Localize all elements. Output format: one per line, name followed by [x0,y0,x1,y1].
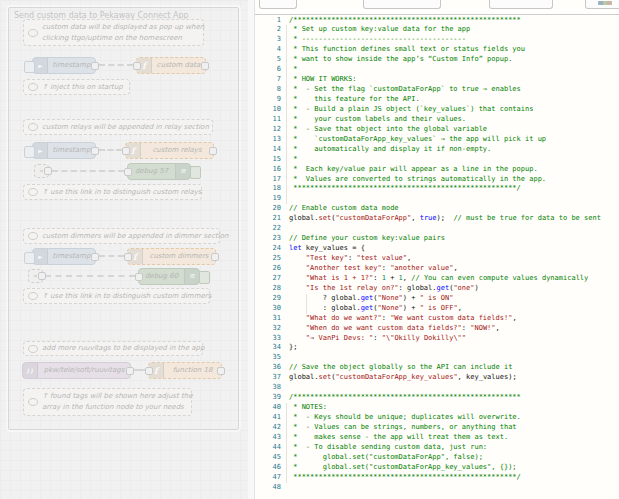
line-number: 41 [255,413,281,423]
code-line[interactable]: 39/*************************************… [255,393,619,403]
line-number: 23 [255,234,281,244]
code-line[interactable]: 42 * - Values can be strings, numbers, o… [255,423,619,433]
line-number: 25 [255,254,281,264]
code-line[interactable]: 35 [255,353,619,363]
line-number: 38 [255,383,281,393]
code-text: ? global.get("None") + " is ON" [281,294,453,304]
code-text: // Enable custom data mode [281,204,399,214]
line-number: 7 [255,75,281,85]
code-line[interactable]: 11 * your custom labels and their values… [255,115,619,125]
code-line[interactable]: 47 *************************************… [255,473,619,483]
code-text: * [281,155,297,165]
flow-workspace[interactable]: Send custom data to Pekaway Connect App … [0,0,248,499]
editor-toolbar-fragment[interactable] [585,0,619,9]
code-line[interactable]: 6 * [255,65,619,75]
code-line[interactable]: 33 "→ VanPi Devs: ": "\"Okilly Dokilly\"… [255,334,619,344]
code-line[interactable]: 29 ? global.get("None") + " is ON" [255,294,619,304]
code-line[interactable]: 45 * global.set("customDataForApp", fals… [255,453,619,463]
code-line[interactable]: 8 * - Set the flag `customDataForApp` to… [255,85,619,95]
code-editor[interactable]: 1/**************************************… [254,0,619,499]
code-text: * HOW IT WORKS: [281,75,356,85]
code-line[interactable]: 31 "What do we want?": "We want custom d… [255,314,619,324]
line-number: 3 [255,35,281,45]
line-number: 6 [255,65,281,75]
code-text: "What do we want?": "We want custom data… [281,314,517,324]
line-number: 17 [255,175,281,185]
code-line[interactable]: 19 [255,194,619,204]
code-line[interactable]: 48 [255,483,619,493]
code-line[interactable]: 41 * - Keys should be unique; duplicates… [255,413,619,423]
code-line[interactable]: 43 * makes sense - the app will treat th… [255,433,619,443]
code-line[interactable]: 9 * this feature for the API. [255,95,619,105]
code-line[interactable]: 20// Enable custom data mode [255,204,619,214]
code-line[interactable]: 32 "When do we want custom data fields?"… [255,324,619,334]
code-line[interactable]: 15 * [255,155,619,165]
dialog-dim-overlay [0,0,248,499]
code-line[interactable]: 30 : global.get("None") + " is OFF", [255,304,619,314]
code-text: "What is 1 + 1?": 1 + 1, // You can even… [281,274,588,284]
code-text: /***************************************… [281,393,521,403]
code-line[interactable]: 25 "Test key": "test value", [255,254,619,264]
code-line[interactable]: 37global.set("customDataForApp_key_value… [255,373,619,383]
code-line[interactable]: 36// Save the object globally so the API… [255,363,619,373]
code-text: * - Set the flag `customDataForApp` to t… [281,85,521,95]
code-line[interactable]: 46 * global.set("customDataForApp_key_va… [255,463,619,473]
code-line[interactable]: 17 * Values are converted to strings aut… [255,175,619,185]
line-number: 45 [255,453,281,463]
line-number: 1 [255,16,281,26]
code-line[interactable]: 34}; [255,343,619,353]
code-line[interactable]: 12 * - Save that object into the global … [255,125,619,135]
code-line[interactable]: 14 * automatically and display it if non… [255,145,619,155]
code-line[interactable]: 18 *************************************… [255,184,619,194]
code-text: * makes sense - the app will treat them … [281,433,508,443]
code-text [281,483,289,493]
line-number: 26 [255,264,281,274]
code-line[interactable]: 4 * This function defines small text or … [255,45,619,55]
code-line[interactable]: 44 * - To disable sending custom data, j… [255,443,619,453]
line-number: 13 [255,135,281,145]
code-text: ****************************************… [281,184,521,194]
code-line[interactable]: 13 * `customDataForApp_key_values` → the… [255,135,619,145]
code-line[interactable]: 5 * want to show inside the app’s “Custo… [255,55,619,65]
code-line[interactable]: 1/**************************************… [255,16,619,26]
code-line[interactable]: 2 * Set up custom key:value data for the… [255,25,619,35]
code-line[interactable]: 3 * ------------------------------------… [255,35,619,45]
code-line[interactable]: 26 "Another test key": "another value", [255,264,619,274]
line-number: 44 [255,443,281,453]
code-text [281,353,289,363]
line-number: 14 [255,145,281,155]
line-number: 10 [255,105,281,115]
line-number: 20 [255,204,281,214]
line-number: 47 [255,473,281,483]
code-line[interactable]: 24let key_values = { [255,244,619,254]
code-line[interactable]: 27 "What is 1 + 1?": 1 + 1, // You can e… [255,274,619,284]
editor-toolbar-fragment[interactable] [259,0,297,9]
code-text: * - To disable sending custom data, just… [281,443,487,453]
code-line[interactable]: 16 * Each key/value pair will appear as … [255,165,619,175]
code-line[interactable]: 7 * HOW IT WORKS: [255,75,619,85]
code-text: * - Keys should be unique; duplicates wi… [281,413,521,423]
code-line[interactable]: 28 "Is the 1st relay on?": global.get("o… [255,284,619,294]
code-text: "Is the 1st relay on?": global.get("one"… [281,284,479,294]
code-line[interactable]: 38 [255,383,619,393]
code-line[interactable]: 10 * - Build a plain JS object (`key_val… [255,105,619,115]
code-text: let key_values = { [281,244,365,254]
code-text: * `customDataForApp_key_values` → the ap… [281,135,546,145]
code-text: * --------------------------------------… [281,35,466,45]
editor-toolbar-fragment[interactable] [489,0,553,9]
code-text: * - Build a plain JS object (`key_values… [281,105,533,115]
line-number: 35 [255,353,281,363]
code-text: * This function defines small text or st… [281,45,525,55]
code-text: "→ VanPi Devs: ": "\"Okilly Dokilly\"" [281,334,466,344]
code-line[interactable]: 21global.set("customDataForApp", true); … [255,214,619,224]
editor-toolbar-fragment[interactable] [363,0,441,9]
code-text: * Set up custom key:value data for the a… [281,25,470,35]
line-number: 2 [255,25,281,35]
code-line[interactable]: 22 [255,224,619,234]
line-number: 5 [255,55,281,65]
code-line[interactable]: 40 * NOTES: [255,403,619,413]
line-number: 48 [255,483,281,493]
line-number: 22 [255,224,281,234]
code-line[interactable]: 23// Define your custom key:value pairs [255,234,619,244]
line-number: 42 [255,423,281,433]
